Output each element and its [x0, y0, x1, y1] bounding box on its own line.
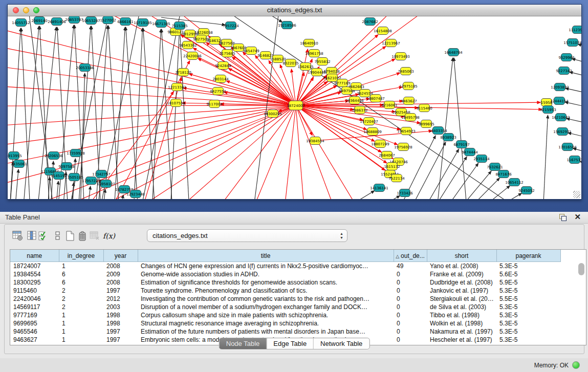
delete-table-icon[interactable] [76, 230, 89, 242]
table-cell[interactable]: de Silva et al. (2003) [427, 303, 496, 311]
table-row[interactable]: 2242004622012Investigating the contribut… [10, 295, 560, 303]
table-cell[interactable]: 0 [394, 311, 427, 319]
table-cell[interactable]: 1 [59, 319, 103, 327]
column-header-indegree[interactable]: in_degree [59, 250, 103, 262]
tab-edge-table[interactable]: Edge Table [266, 338, 313, 349]
column-header-outde[interactable]: △out_de... [394, 250, 427, 262]
table-cell[interactable]: 2008 [103, 262, 138, 271]
table-cell[interactable]: 0 [394, 336, 427, 344]
table-cell[interactable]: 1 [59, 327, 103, 336]
window-resize-grip[interactable] [573, 191, 580, 198]
table-cell[interactable]: 14569117 [10, 303, 59, 311]
table-cell[interactable]: 18300295 [10, 278, 59, 287]
table-cell[interactable]: 49 [394, 262, 427, 271]
row-height-icon[interactable] [52, 230, 64, 242]
table-selector-dropdown[interactable]: citations_edges.txt ▲▼ [147, 229, 347, 242]
table-cell[interactable]: Estimation of the future numbers of pati… [138, 327, 394, 336]
table-cell[interactable]: Investigating the contribution of common… [138, 295, 394, 303]
tab-network-table[interactable]: Network Table [313, 338, 369, 349]
select-rows-check-icon[interactable] [37, 230, 50, 242]
table-row[interactable]: 946554611997Estimation of the future num… [10, 327, 560, 336]
table-cell[interactable]: 5.3E-5 [496, 287, 560, 295]
network-canvas[interactable]: 1872400718300295193845549860123891295418… [8, 16, 581, 199]
table-cell[interactable]: 1 [59, 311, 103, 319]
table-cell[interactable]: Disruption of a novel member of a sodium… [138, 303, 394, 311]
table-cell[interactable]: 1 [59, 336, 103, 344]
new-table-icon[interactable] [64, 230, 76, 242]
table-cell[interactable]: 0 [394, 278, 427, 287]
table-cell[interactable]: Wolkin et al. (1998) [427, 319, 496, 327]
table-cell[interactable]: Franke et al. (2009) [427, 270, 496, 278]
memory-ok-indicator-icon[interactable] [572, 361, 580, 369]
table-cell[interactable]: 0 [394, 295, 427, 303]
close-icon[interactable]: ✕ [574, 212, 581, 222]
table-cell[interactable]: Tibbo et al. (1998) [427, 311, 496, 319]
table-cell[interactable]: 6 [59, 278, 103, 287]
table-cell[interactable]: 5.9E-5 [496, 278, 560, 287]
table-cell[interactable]: 19384554 [10, 270, 59, 278]
table-cell[interactable]: Stergiakouli et al. (2012) [427, 295, 496, 303]
column-chooser-icon[interactable] [26, 230, 38, 242]
table-cell[interactable]: 5.3E-5 [496, 303, 560, 311]
table-row[interactable]: 977716911998Corpus callosum shape and si… [10, 311, 560, 319]
table-cell[interactable]: 2 [59, 295, 103, 303]
table-cell[interactable]: Genome-wide association studies in ADHD. [138, 270, 394, 278]
table-cell[interactable]: 9777169 [10, 311, 59, 319]
table-row[interactable]: 1938455462009Genome-wide association stu… [10, 270, 560, 278]
table-cell[interactable]: Structural magnetic resonance image aver… [138, 319, 394, 327]
table-cell[interactable]: 0 [394, 303, 427, 311]
table-cell[interactable]: 1998 [103, 319, 138, 327]
table-cell[interactable]: Nakamura et al. (1997) [427, 327, 496, 336]
network-graph[interactable]: 1872400718300295193845549860123891295418… [8, 16, 581, 199]
table-cell[interactable]: 2012 [103, 295, 138, 303]
table-cell[interactable]: 1998 [103, 311, 138, 319]
table-cell[interactable]: 2008 [103, 278, 138, 287]
table-row[interactable]: 1456911722003Disruption of a novel membe… [10, 303, 560, 311]
table-cell[interactable]: 1 [59, 262, 103, 271]
table-cell[interactable]: 0 [394, 319, 427, 327]
table-cell[interactable]: 9115460 [10, 287, 59, 295]
table-cell[interactable]: 5.5E-5 [496, 295, 560, 303]
table-cell[interactable]: 2 [59, 303, 103, 311]
table-settings-icon[interactable] [12, 230, 24, 242]
table-cell[interactable]: Dudbridge et al. (2008) [427, 278, 496, 287]
table-cell[interactable]: 22420046 [10, 295, 59, 303]
table-cell[interactable]: 9463627 [10, 336, 59, 344]
table-cell[interactable]: Hescheler et al. (1997) [427, 336, 496, 344]
tab-node-table[interactable]: Node Table [220, 338, 267, 349]
float-window-icon[interactable] [559, 214, 567, 221]
table-cell[interactable]: 5.3E-5 [496, 311, 560, 319]
table-cell[interactable]: Estimation of significance thresholds fo… [138, 278, 394, 287]
network-window-titlebar[interactable]: citations_edges.txt [8, 5, 581, 16]
table-row[interactable]: 1830029562008Estimation of significance … [10, 278, 560, 287]
table-cell[interactable]: 9465546 [10, 327, 59, 336]
table-cell[interactable]: 2009 [103, 270, 138, 278]
column-header-pagerank[interactable]: pagerank [496, 250, 560, 262]
table-cell[interactable]: 5.3E-5 [496, 336, 560, 344]
table-cell[interactable]: 6 [59, 270, 103, 278]
table-cell[interactable]: Corpus callosum shape and size in male p… [138, 311, 394, 319]
table-cell[interactable]: 0 [394, 287, 427, 295]
table-row[interactable]: 1872400712008Changes of HCN gene express… [10, 262, 560, 271]
table-cell[interactable]: 5.3E-5 [496, 262, 560, 271]
column-header-name[interactable]: name [10, 250, 59, 262]
table-cell[interactable]: 0 [394, 270, 427, 278]
column-header-year[interactable]: year [103, 250, 138, 262]
table-cell[interactable]: 5.6E-5 [496, 270, 560, 278]
table-cell[interactable]: 2003 [103, 303, 138, 311]
table-cell[interactable]: 9699695 [10, 319, 59, 327]
table-cell[interactable]: 5.3E-5 [496, 327, 560, 336]
table-cell[interactable]: 0 [394, 327, 427, 336]
table-cell[interactable]: Changes of HCN gene expression and I(f) … [138, 262, 394, 271]
table-cell[interactable]: Yano et al. (2008) [427, 262, 496, 271]
table-cell[interactable]: Tourette syndrome. Phenomenology and cla… [138, 287, 394, 295]
table-cell[interactable]: 18724007 [10, 262, 59, 271]
table-cell[interactable]: Jankovic et al. (1997) [427, 287, 496, 295]
table-cell[interactable]: 2 [59, 287, 103, 295]
function-builder-icon[interactable]: f(x) [103, 230, 115, 242]
table-cell[interactable]: 1997 [103, 287, 138, 295]
table-cell[interactable]: 5.3E-5 [496, 319, 560, 327]
table-cell[interactable]: 1997 [103, 327, 138, 336]
table-row[interactable]: 969969511998Structural magnetic resonanc… [10, 319, 560, 327]
column-header-short[interactable]: short [427, 250, 496, 262]
